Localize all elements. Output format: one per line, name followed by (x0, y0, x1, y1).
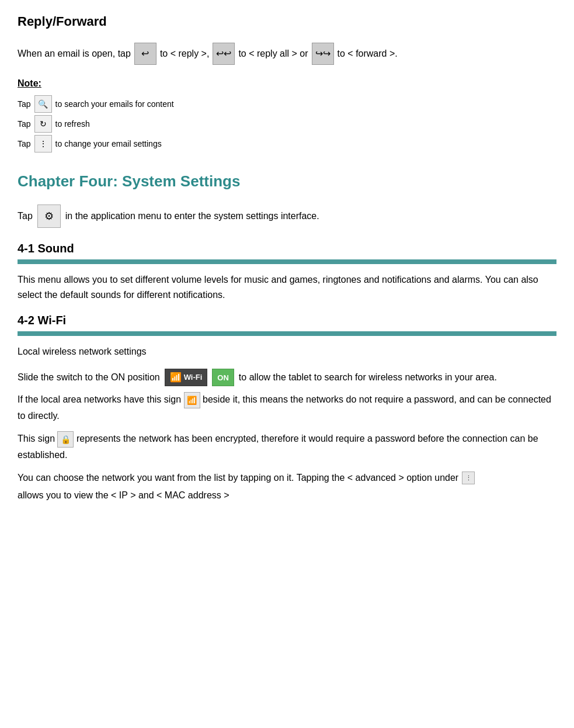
slide-suffix: to allow the tablet to search for wirele… (239, 370, 497, 384)
sound-section-bar (18, 259, 556, 264)
forward-label: to < forward >. (338, 47, 398, 61)
wifi-local-text: Local wireless network settings (18, 344, 556, 359)
search-icon: 🔍 (34, 95, 52, 113)
tap3-prefix: Tap (18, 138, 31, 150)
tap-search-row: Tap 🔍 to search your emails for content (18, 95, 556, 113)
tap1-suffix: to search your emails for content (55, 98, 174, 110)
tap2-prefix: Tap (18, 118, 31, 130)
system-tap-line: Tap ⚙ in the application menu to enter t… (18, 204, 556, 228)
wifi-badge: 📶 Wi-Fi (165, 369, 208, 386)
sign2-suffix: represents the network has been encrypte… (18, 434, 538, 460)
note-label: Note: (18, 77, 556, 91)
wifi-slide-line: Slide the switch to the ON position 📶 Wi… (18, 369, 556, 386)
wifi-sign1-paragraph: If the local area networks have this sig… (18, 392, 556, 424)
last-prefix: You can choose the network you want from… (18, 471, 458, 485)
wifi-heading: 4-2 Wi-Fi (18, 311, 556, 329)
wifi-locked-icon: 🔒 (57, 431, 74, 448)
sound-heading: 4-1 Sound (18, 240, 556, 257)
settings-app-icon: ⚙ (37, 204, 61, 228)
wifi-sign2-paragraph: This sign 🔒 represents the network has b… (18, 431, 556, 463)
forward-icon: ↪↪ (312, 43, 334, 65)
wifi-open-icon: 📶 (184, 392, 200, 408)
slide-prefix: Slide the switch to the ON position (18, 370, 160, 384)
tap2-suffix: to refresh (55, 118, 90, 130)
intro-prefix: When an email is open, tap (18, 47, 131, 61)
wifi-signal-icon: 📶 (170, 370, 182, 384)
wifi-last-line: You can choose the network you want from… (18, 471, 556, 502)
tap3-suffix: to change your email settings (55, 138, 162, 150)
reply-all-icon: ↩↩ (213, 43, 235, 65)
advanced-menu-icon: ⋮ (462, 472, 475, 484)
chapter-tap-suffix: in the application menu to enter the sys… (65, 209, 319, 223)
reply-label: to < reply >, (160, 47, 210, 61)
sound-text: This menu allows you to set different vo… (18, 272, 556, 302)
page-title: Reply/Forward (18, 12, 556, 31)
wifi-section-bar (18, 331, 556, 336)
sign1-prefix: If the local area networks have this sig… (18, 394, 181, 404)
chapter-title: Chapter Four: System Settings (18, 170, 556, 193)
tap1-prefix: Tap (18, 98, 31, 110)
wifi-badge-text: Wi-Fi (184, 372, 203, 383)
menu-icon: ⋮ (34, 135, 52, 152)
reply-icon: ↩ (134, 43, 156, 65)
refresh-icon: ↻ (34, 115, 52, 133)
wifi-on-text: ON (217, 373, 229, 382)
intro-line: When an email is open, tap ↩ to < reply … (18, 43, 556, 65)
chapter-tap-prefix: Tap (18, 209, 33, 223)
last-suffix: allows you to view the < IP > and < MAC … (18, 488, 229, 502)
wifi-on-badge: ON (212, 369, 234, 386)
tap-settings-row: Tap ⋮ to change your email settings (18, 135, 556, 152)
note-section: Note: Tap 🔍 to search your emails for co… (18, 77, 556, 152)
reply-all-label: to < reply all > or (238, 47, 308, 61)
sign2-prefix: This sign (18, 434, 55, 444)
tap-refresh-row: Tap ↻ to refresh (18, 115, 556, 133)
